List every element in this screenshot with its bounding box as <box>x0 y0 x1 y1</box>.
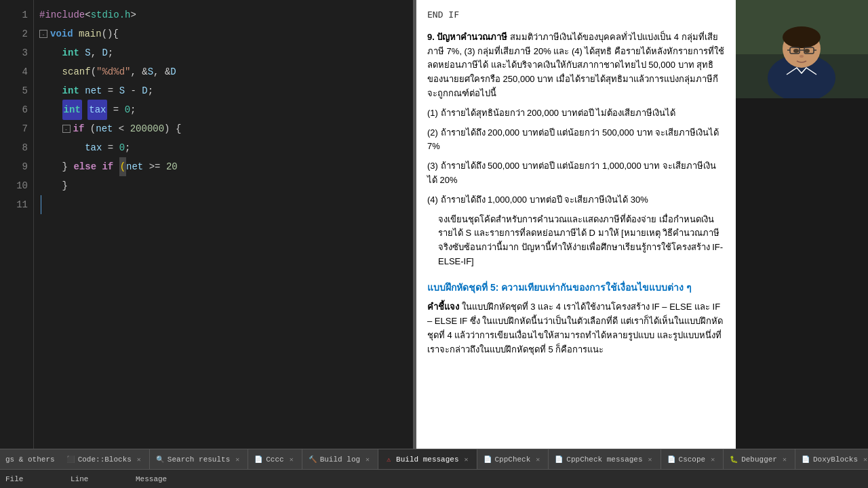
section9-number: 9. <box>427 32 435 42</box>
tab-search-label: Search results <box>167 455 230 464</box>
tab-cppcheckmsg-close[interactable]: ✕ <box>646 455 655 464</box>
code-line-3: int S, D; <box>39 43 413 62</box>
section9-para: 9. ปัญหาคำนวณภาษี สมมติว่าภาษีเงินได้ของ… <box>427 30 725 101</box>
tab-buildmsg-close[interactable]: ✕ <box>462 455 471 464</box>
ln-1: 1 <box>0 5 28 24</box>
end-if-text: END IF <box>427 8 725 22</box>
cscope-icon: 📄 <box>667 455 676 464</box>
webcam-feed <box>736 0 868 98</box>
webcam-svg <box>736 0 868 98</box>
section5-note: คำชี้แจง ในแบบฝึกหัดชุดที่ 3 และ 4 เราได… <box>427 300 725 357</box>
ln-10: 10 <box>0 176 28 195</box>
status-bar: File Line Message <box>0 469 868 488</box>
tab-buildmsg-label: Build messages <box>396 455 458 464</box>
status-line-label: Line <box>71 475 125 483</box>
collapse-7[interactable]: - <box>62 125 71 133</box>
cppcheckmsg-icon: 📄 <box>554 455 564 464</box>
code-line-6: int tax = 0; <box>39 100 413 119</box>
tab-debugger-close[interactable]: ✕ <box>780 455 789 464</box>
code-line-10: } <box>39 176 413 195</box>
tab-cppcheck[interactable]: 📄 CppCheck ✕ <box>477 449 549 469</box>
code-line-4: scanf("%d%d", &S, &D <box>39 62 413 81</box>
tab-cscope[interactable]: 📄 Cscope ✕ <box>661 449 724 469</box>
code-line-2: -void main(){ <box>39 24 413 43</box>
code-editor[interactable]: #include<stdio.h> -void main(){ int S, D… <box>34 0 413 449</box>
document-pane[interactable]: END IF 9. ปัญหาคำนวณภาษี สมมติว่าภาษีเงิ… <box>416 0 736 449</box>
ln-11: 11 <box>0 195 28 214</box>
tab-doxyblocks[interactable]: 📄 DoxyBlocks ✕ <box>795 449 868 469</box>
rule1-text: (1) ถ้ารายได้สุทธิน้อยกว่า 200,000 บาทต่… <box>427 106 725 121</box>
buildlog-icon: 🔨 <box>308 455 317 464</box>
svg-point-11 <box>804 49 810 53</box>
main-area: 1 2 3 4 5 6 7 8 9 10 11 #include<stdio.h… <box>0 0 868 449</box>
exercise-desc: จงเขียนชุดโค้ดสำหรับการคำนวณและแสดงภาษีท… <box>427 213 725 269</box>
search-icon: 🔍 <box>155 455 165 464</box>
section5-title: แบบฝึกหัดชุดที่ 5: ความเทียบเท่ากันของกา… <box>427 280 725 295</box>
tab-cccc-close[interactable]: ✕ <box>287 455 296 464</box>
tab-cppcheck-close[interactable]: ✕ <box>533 455 542 464</box>
section9-bold-title: ปัญหาคำนวณภาษี <box>437 32 507 42</box>
collapse-2[interactable]: - <box>39 30 47 38</box>
code-line-11 <box>39 195 413 214</box>
tab-bar: gs & others ⬛ Code::Blocks ✕ 🔍 Search re… <box>0 449 868 469</box>
code-line-1: #include<stdio.h> <box>39 5 413 24</box>
doxyblocks-icon: 📄 <box>801 455 810 464</box>
tab-doxyblocks-label: DoxyBlocks <box>813 455 858 464</box>
code-line-5: int net = S - D; <box>39 81 413 100</box>
tab-cscope-close[interactable]: ✕ <box>708 455 717 464</box>
ln-8: 8 <box>0 138 28 157</box>
tab-buildlog-close[interactable]: ✕ <box>363 455 372 464</box>
tab-buildlog[interactable]: 🔨 Build log ✕ <box>302 449 378 469</box>
code-line-9: } else if (net >= 20 <box>39 157 413 176</box>
tab-cccc-label: Cccc <box>266 455 283 464</box>
ln-5: 5 <box>0 81 28 100</box>
code-line-8: tax = 0; <box>39 138 413 157</box>
tab-buildmsg[interactable]: ⚠️ Build messages ✕ <box>378 449 477 469</box>
rule4-text: (4) ถ้ารายได้ถึง 1,000,000 บาทต่อปี จะเส… <box>427 193 725 207</box>
code-content: 1 2 3 4 5 6 7 8 9 10 11 #include<stdio.h… <box>0 0 413 449</box>
rule3-text: (3) ถ้ารายได้ถึง 500,000 บาทต่อปี แต่น้อ… <box>427 159 725 188</box>
tab-cppcheckmsg[interactable]: 📄 CppCheck messages ✕ <box>549 449 660 469</box>
ln-2: 2 <box>0 24 28 43</box>
tab-cscope-label: Cscope <box>679 455 706 464</box>
tab-codeblocks-close[interactable]: ✕ <box>134 455 144 464</box>
tab-prefix: gs & others <box>0 449 60 469</box>
tab-doxyblocks-close[interactable]: ✕ <box>861 455 868 464</box>
svg-point-10 <box>793 49 799 53</box>
tab-search-close[interactable]: ✕ <box>233 455 242 464</box>
debugger-icon: 🐛 <box>729 455 738 464</box>
webcam-pane <box>736 0 868 449</box>
svg-point-4 <box>783 26 821 48</box>
ln-3: 3 <box>0 43 28 62</box>
line-numbers: 1 2 3 4 5 6 7 8 9 10 11 <box>0 0 34 449</box>
ln-4: 4 <box>0 62 28 81</box>
tab-cppcheck-label: CppCheck <box>495 455 531 464</box>
code-line-7: -if (net < 200000) { <box>39 119 413 138</box>
svg-point-12 <box>800 55 804 58</box>
tab-cppcheckmsg-label: CppCheck messages <box>566 455 642 464</box>
tab-search[interactable]: 🔍 Search results ✕ <box>150 449 248 469</box>
ln-6: 6 <box>0 100 28 119</box>
right-pane: END IF 9. ปัญหาคำนวณภาษี สมมติว่าภาษีเงิ… <box>416 0 868 449</box>
cppcheck-icon: 📄 <box>483 455 492 464</box>
tab-codeblocks-label: Code::Blocks <box>78 455 132 464</box>
tab-cccc[interactable]: 📄 Cccc ✕ <box>248 449 302 469</box>
right-content: END IF 9. ปัญหาคำนวณภาษี สมมติว่าภาษีเงิ… <box>416 0 868 449</box>
codeblocks-icon: ⬛ <box>66 455 75 464</box>
status-message-label: Message <box>136 475 190 483</box>
ln-9: 9 <box>0 157 28 176</box>
rule2-text: (2) ถ้ารายได้ถึง 200,000 บาทต่อปี แต่น้อ… <box>427 126 725 155</box>
status-file-label: File <box>5 475 60 483</box>
code-pane: 1 2 3 4 5 6 7 8 9 10 11 #include<stdio.h… <box>0 0 414 449</box>
cccc-icon: 📄 <box>254 455 263 464</box>
tab-debugger[interactable]: 🐛 Debugger ✕ <box>724 449 795 469</box>
buildmsg-icon: ⚠️ <box>384 455 393 464</box>
tab-codeblocks[interactable]: ⬛ Code::Blocks ✕ <box>60 449 150 469</box>
include-kw: #include <box>39 5 85 24</box>
tab-buildlog-label: Build log <box>320 455 360 464</box>
ln-7: 7 <box>0 119 28 138</box>
tab-debugger-label: Debugger <box>741 455 777 464</box>
